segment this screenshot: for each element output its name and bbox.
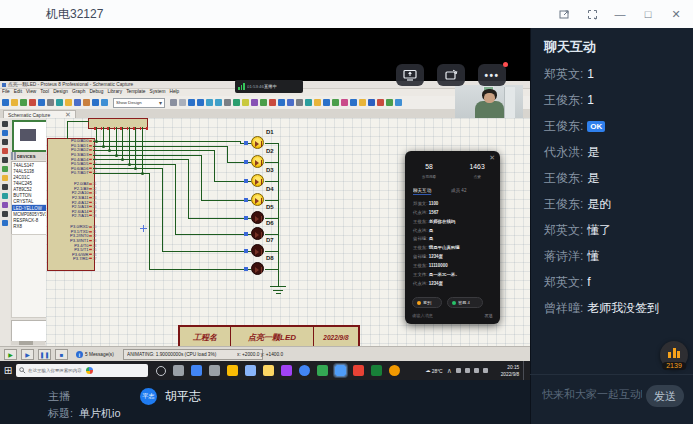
mode-toolbar-icon <box>2 148 8 154</box>
toolbar-icon <box>305 99 312 106</box>
wire-segment <box>265 200 278 201</box>
mcu-pin-group-p2: P2.0/A821P2.1/A922P2.2/A1023P2.3/A1124P2… <box>49 182 103 218</box>
pill-dot-icon <box>452 301 456 305</box>
led-label: D6 <box>266 220 274 226</box>
wire-junction <box>95 140 98 143</box>
led-label: D7 <box>266 237 274 243</box>
led-d2 <box>251 155 264 168</box>
chat-text: f <box>587 275 590 289</box>
wire-junction <box>108 149 111 152</box>
device-list-item: RX8 <box>12 223 46 229</box>
rotate-screen-button[interactable] <box>437 64 465 86</box>
toolbar-icon <box>296 99 303 106</box>
mode-toolbar-icon <box>2 220 8 226</box>
titleblock-date: 2022/9/8 <box>314 327 358 346</box>
devices-header: DEVICES <box>10 152 47 160</box>
toolbar-icon <box>56 99 63 106</box>
mode-toolbar-icon <box>2 166 8 172</box>
menu-item: Help <box>169 89 179 94</box>
host-avatar[interactable]: 平志 <box>140 388 157 405</box>
chat-sender: 王俊东: <box>544 92 583 109</box>
mcu-pin-row: P2.7/A1528 <box>49 213 103 217</box>
screen-share-video[interactable]: 点亮一颗LED - Proteus 8 Professional - Schem… <box>0 28 530 352</box>
wire-segment <box>116 127 117 155</box>
wire-segment <box>265 162 278 163</box>
share-screen-button[interactable] <box>396 64 424 86</box>
wire-segment <box>93 168 163 169</box>
chevron-down-icon: ▾ <box>159 99 162 106</box>
respack-pin <box>101 127 103 130</box>
led-d3 <box>251 174 264 187</box>
toolbar-icon <box>287 99 294 106</box>
wire-segment <box>162 251 244 252</box>
tab-label: Schematic Capture <box>8 112 50 118</box>
send-button[interactable]: 发送 <box>646 385 684 407</box>
search-placeholder: 在这里输入你要搜索的内容 <box>28 367 82 373</box>
clock-date: 2022/9/8 <box>500 372 519 377</box>
taskbar-app-icon <box>389 365 400 376</box>
toolbar-icon <box>368 99 375 106</box>
popout-icon[interactable] <box>557 7 571 21</box>
app-window: 机电32127 — □ ✕ 点亮一颗LED - Proteus 8 Profes… <box>0 0 693 424</box>
pin-terminal <box>89 201 92 202</box>
pin-terminal <box>89 150 92 151</box>
overlay-message: 王文伟: 是一米元一米。 <box>413 270 498 279</box>
overlay-message: 王俊东: 11110000 <box>413 261 498 270</box>
mode-toolbar-icon <box>2 130 8 136</box>
ellipsis-icon: ••• <box>484 70 499 81</box>
chat-message: 曾祥曈: 老师我没签到 <box>544 302 689 314</box>
overlay-message-list: 郑英文: 1100代永洪: 1567王俊东: 老师你在线吗代永洪: 是曾祥曈: … <box>413 199 498 287</box>
toolbar-icon <box>170 99 177 106</box>
proteus-toolbar: Show Design ▾ <box>0 96 532 110</box>
chat-message: 郑英文: 懂了 <box>544 224 689 236</box>
toolbar-icon <box>20 99 27 106</box>
minimize-icon[interactable]: — <box>613 7 627 21</box>
more-options-button[interactable]: ••• <box>478 64 506 86</box>
mode-toolbar-icon <box>2 139 8 145</box>
overlay-tab: 成员 42 <box>451 187 466 195</box>
led-label: D1 <box>266 129 274 135</box>
teacher-webcam-thumbnail[interactable] <box>455 85 523 118</box>
wire-segment <box>214 150 215 182</box>
share-screen-icon <box>403 69 417 81</box>
rotate-screen-icon <box>444 69 458 81</box>
taskbar-app-icon <box>173 365 184 376</box>
taskbar-app-icon <box>227 365 238 376</box>
chat-sender: 郑英文: <box>544 222 583 239</box>
chat-text: 懂了 <box>587 222 611 239</box>
overlay-pill: 签到 <box>412 297 442 308</box>
chat-input[interactable] <box>540 387 644 401</box>
mode-toolbar-icon <box>2 193 8 199</box>
taskbar-app-icons <box>156 365 400 376</box>
overlay-message: 郑英文: 1100 <box>413 199 498 208</box>
toolbar-icon <box>341 99 348 106</box>
gift-points-badge[interactable]: 2139 <box>660 341 688 369</box>
menu-item: Tool <box>40 89 49 94</box>
pin-terminal <box>89 154 92 155</box>
respack-pin <box>120 127 122 130</box>
toolbar-icon <box>74 99 81 106</box>
wire-segment <box>278 143 279 286</box>
pin-terminal <box>89 236 92 237</box>
maximize-icon[interactable]: □ <box>641 7 655 21</box>
toolbar-icon-group <box>170 99 402 106</box>
proteus-menubar: FileEditViewToolDesignGraphDebugLibraryT… <box>2 89 179 94</box>
pick-devices-button <box>11 152 13 160</box>
signal-icon <box>238 83 245 90</box>
pin-terminal <box>89 258 92 259</box>
info-icon: i <box>76 351 83 358</box>
toolbar-icon <box>386 99 393 106</box>
fullscreen-icon[interactable] <box>585 7 599 21</box>
overlay-input-row: 请输入消息 发送 <box>412 311 493 321</box>
overlay-tabs: 聊天互动成员 42 <box>413 187 475 199</box>
proteus-title: 点亮一颗LED - Proteus 8 Professional - Schem… <box>8 81 133 88</box>
close-icon[interactable]: ✕ <box>669 7 683 21</box>
chat-message: 王俊东: 是的 <box>544 198 689 210</box>
sheet-selector-dropdown: Show Design ▾ <box>113 98 165 108</box>
respack-pin <box>140 127 142 130</box>
toolbar-icon-group <box>2 99 108 106</box>
overlay-pill: 答题 4 <box>447 297 483 308</box>
led-d7 <box>251 244 264 257</box>
titleblock-label: 工程名 <box>180 327 231 346</box>
overlay-message: 曾祥曈: 1234蛋 <box>413 252 498 261</box>
